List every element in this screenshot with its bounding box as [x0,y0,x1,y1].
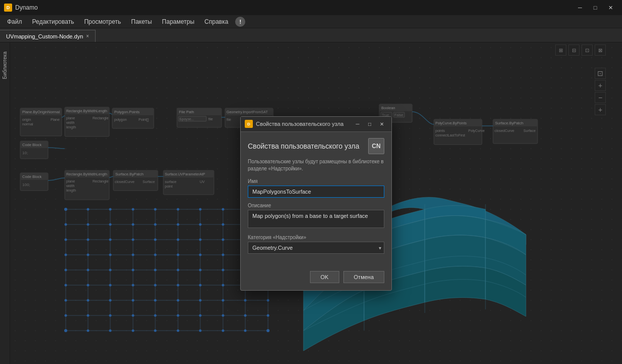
menu-help[interactable]: Справка [199,16,233,27]
category-label: Категория «Надстройки» [248,235,384,240]
dialog-footer: OK Отмена [241,267,391,290]
dialog-app-icon: D [245,120,253,128]
name-label: Имя [248,178,384,184]
info-button[interactable]: ! [235,17,245,27]
dialog-header-row: Свойства пользовательского узла CN [248,138,384,154]
dialog: D Свойства пользовательского узла ─ □ ✕ … [240,116,392,291]
cn-badge: CN [368,138,384,154]
tab-main[interactable]: UVmapping_Custom-Node.dyn × [0,30,96,42]
menu-bar: Файл Редактировать Просмотреть Пакеты Па… [0,15,622,28]
dialog-titlebar: D Свойства пользовательского узла ─ □ ✕ [241,117,391,132]
close-button[interactable]: ✕ [603,3,618,13]
menu-file[interactable]: Файл [2,16,27,27]
category-select-wrapper: Geometry.CurveGeometry.PointGeometry.Sur… [248,242,384,254]
app-title: Dynamo [15,4,38,11]
dialog-window-controls: ─ □ ✕ [352,119,387,128]
menu-edit[interactable]: Редактировать [27,16,79,27]
description-textarea[interactable] [248,210,384,228]
app-icon: D [4,4,12,12]
menu-settings[interactable]: Параметры [157,16,199,27]
tab-bar: UVmapping_Custom-Node.dyn × [0,28,622,42]
dialog-overlay: D Свойства пользовательского узла ─ □ ✕ … [10,42,622,364]
minimize-button[interactable]: ─ [572,3,588,13]
category-select[interactable]: Geometry.CurveGeometry.PointGeometry.Sur… [248,242,384,254]
dialog-minimize-button[interactable]: ─ [352,119,363,128]
dialog-title-left: D Свойства пользовательского узла [245,120,343,128]
ok-button[interactable]: OK [310,271,339,283]
description-label: Описание [248,203,384,208]
canvas-area[interactable]: Plane.ByOriginNormal origin normal Plane… [10,42,622,364]
library-label[interactable]: Библиотека [1,48,9,83]
title-bar: D Dynamo ─ □ ✕ [0,0,622,15]
dialog-maximize-button[interactable]: □ [364,119,375,128]
tab-label: UVmapping_Custom-Node.dyn [6,33,83,39]
tab-close-icon[interactable]: × [86,33,89,39]
dialog-heading: Свойства пользовательского узла [248,142,360,150]
dialog-close-button[interactable]: ✕ [376,119,387,128]
dialog-title: Свойства пользовательского узла [256,121,343,127]
cancel-button[interactable]: Отмена [343,271,384,283]
dialog-content: Свойства пользовательского узла CN Польз… [241,132,391,267]
dialog-subtext: Пользовательские узлы будут размещены в … [248,158,384,172]
window-controls: ─ □ ✕ [572,3,618,13]
main-area: Библиотека [0,42,622,364]
name-input[interactable] [248,186,384,198]
menu-packages[interactable]: Пакеты [126,16,157,27]
left-sidebar: Библиотека [0,42,10,364]
maximize-button[interactable]: □ [588,3,603,13]
menu-view[interactable]: Просмотреть [79,16,126,27]
title-bar-left: D Dynamo [4,4,38,12]
